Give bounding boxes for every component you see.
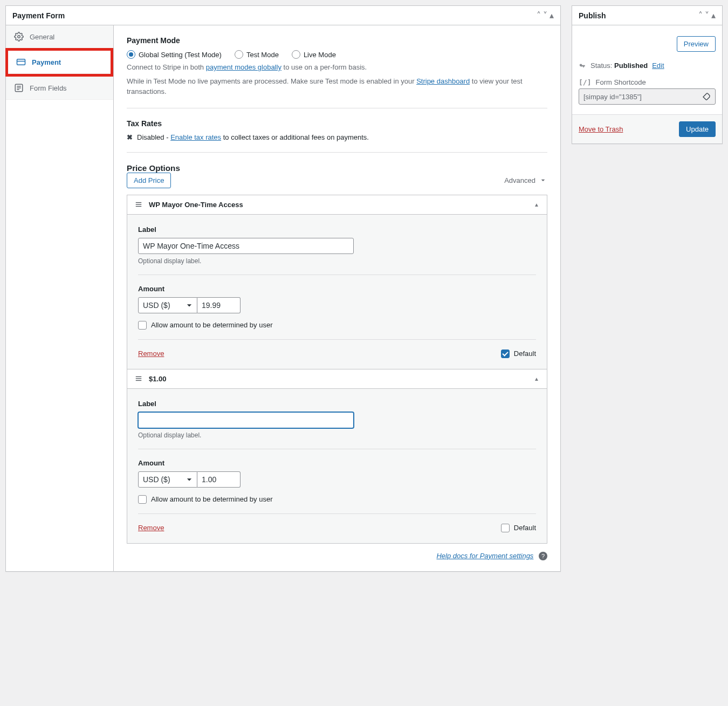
label-hint: Optional display label. xyxy=(138,257,536,265)
mode-test-option[interactable]: Test Mode xyxy=(235,50,279,59)
collapse-icon[interactable]: ▲ xyxy=(534,376,539,382)
amount-input[interactable] xyxy=(197,297,241,313)
drag-handle-icon[interactable] xyxy=(135,375,142,382)
label-field-label: Label xyxy=(138,225,536,234)
stripe-dashboard-link[interactable]: Stripe dashboard xyxy=(416,77,470,85)
add-price-button[interactable]: Add Price xyxy=(127,173,171,188)
svg-rect-9 xyxy=(136,206,142,207)
advanced-toggle[interactable]: Advanced xyxy=(504,176,547,184)
mode-global-radio[interactable] xyxy=(127,50,135,59)
payment-mode-heading: Payment Mode xyxy=(127,36,547,45)
label-hint: Optional display label. xyxy=(138,431,536,439)
allow-user-amount-checkbox[interactable] xyxy=(138,321,147,330)
publish-title: Publish xyxy=(579,11,606,20)
default-option[interactable]: Default xyxy=(501,524,536,532)
key-icon xyxy=(579,62,586,70)
svg-rect-12 xyxy=(136,380,142,381)
svg-point-0 xyxy=(18,36,20,38)
form-icon xyxy=(13,83,24,93)
edit-status-link[interactable]: Edit xyxy=(652,61,664,70)
toggle-panel-icon[interactable]: ▴ xyxy=(711,11,716,20)
update-button[interactable]: Update xyxy=(679,121,716,137)
copy-tag-icon[interactable] xyxy=(702,92,711,101)
toggle-panel-icon[interactable]: ▴ xyxy=(550,11,554,20)
preview-button[interactable]: Preview xyxy=(677,36,716,52)
tab-label: Payment xyxy=(32,58,61,66)
panel-title: Payment Form xyxy=(12,11,65,20)
order-up-icon[interactable]: ˄ xyxy=(537,11,541,20)
amount-field-label: Amount xyxy=(138,459,536,467)
help-icon[interactable]: ? xyxy=(539,552,547,560)
allow-user-amount-checkbox[interactable] xyxy=(138,495,147,504)
svg-rect-8 xyxy=(136,204,142,204)
label-field-label: Label xyxy=(138,400,536,408)
allow-user-amount-label: Allow amount to be determined by user xyxy=(151,495,272,503)
chevron-down-icon xyxy=(539,176,547,184)
mode-live-radio[interactable] xyxy=(292,50,300,59)
shortcode-value: [simpay id="1385"] xyxy=(583,93,642,101)
price-item-header[interactable]: $1.00 ▲ xyxy=(127,369,547,388)
collapse-icon[interactable]: ▲ xyxy=(534,202,539,208)
tab-label: Form Fields xyxy=(30,84,67,92)
price-options-heading: Price Options xyxy=(127,163,547,173)
allow-user-amount-label: Allow amount to be determined by user xyxy=(151,321,272,329)
payment-modes-link[interactable]: payment modes globally xyxy=(206,63,281,71)
order-down-icon[interactable]: ˅ xyxy=(705,11,709,20)
order-down-icon[interactable]: ˅ xyxy=(543,11,547,20)
gear-icon xyxy=(13,32,24,42)
price-item: WP Mayor One-Time Access ▲ Label Optiona… xyxy=(127,195,547,369)
shortcode-icon: [/] xyxy=(579,78,591,86)
move-to-trash-link[interactable]: Move to Trash xyxy=(579,125,623,133)
currency-select[interactable]: USD ($) xyxy=(138,297,197,313)
svg-rect-7 xyxy=(136,202,142,203)
amount-field-label: Amount xyxy=(138,285,536,293)
default-label: Default xyxy=(514,349,536,358)
default-label: Default xyxy=(514,524,536,532)
amount-input[interactable] xyxy=(197,471,241,488)
tab-form-fields[interactable]: Form Fields xyxy=(6,77,113,100)
svg-rect-11 xyxy=(136,378,142,379)
remove-price-link[interactable]: Remove xyxy=(138,524,164,532)
tab-payment[interactable]: Payment xyxy=(8,51,111,74)
svg-rect-1 xyxy=(17,59,25,65)
default-checkbox[interactable] xyxy=(501,524,510,532)
mode-global-option[interactable]: Global Setting (Test Mode) xyxy=(127,50,222,59)
remove-price-link[interactable]: Remove xyxy=(138,349,164,358)
tab-label: General xyxy=(30,33,54,41)
default-option[interactable]: Default xyxy=(501,349,536,358)
currency-select[interactable]: USD ($) xyxy=(138,471,197,488)
tab-general[interactable]: General xyxy=(6,25,113,49)
shortcode-box: [simpay id="1385"] xyxy=(579,88,716,105)
price-item: $1.00 ▲ Label Optional display label. Am… xyxy=(127,369,547,544)
disabled-x-icon: ✖ xyxy=(127,133,133,141)
price-label-input[interactable] xyxy=(138,412,354,428)
svg-rect-10 xyxy=(136,376,142,377)
mode-live-option[interactable]: Live Mode xyxy=(292,50,336,59)
mode-test-radio[interactable] xyxy=(235,50,243,59)
default-checkbox[interactable] xyxy=(501,349,510,358)
settings-tabs: General Payment xyxy=(6,25,114,571)
price-item-title: $1.00 xyxy=(149,375,167,383)
tax-rates-heading: Tax Rates xyxy=(127,119,547,128)
credit-card-icon xyxy=(16,57,26,67)
price-item-header[interactable]: WP Mayor One-Time Access ▲ xyxy=(127,195,547,214)
help-docs-link[interactable]: Help docs for Payment settings xyxy=(436,552,533,560)
enable-tax-link[interactable]: Enable tax rates xyxy=(170,133,221,141)
price-label-input[interactable] xyxy=(138,238,354,254)
drag-handle-icon[interactable] xyxy=(135,201,142,208)
price-item-title: WP Mayor One-Time Access xyxy=(149,201,243,209)
mode-desc-2: While in Test Mode no live payments are … xyxy=(127,76,547,97)
mode-desc-1: Connect to Stripe in both payment modes … xyxy=(127,62,547,73)
shortcode-label: Form Shortcode xyxy=(595,78,645,86)
order-up-icon[interactable]: ˄ xyxy=(698,11,703,20)
